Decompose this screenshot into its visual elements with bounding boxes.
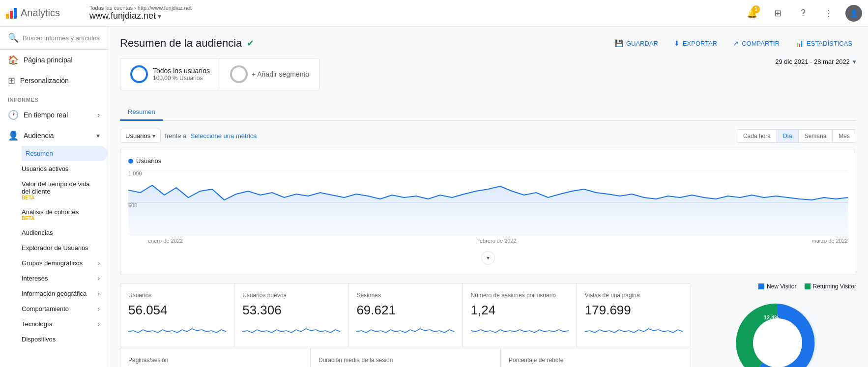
sidebar-item-audience-label: Audiencia	[24, 132, 54, 140]
sidebar-item-personalization-label: Personalización	[20, 77, 69, 85]
stats-icon: 📊	[795, 39, 804, 47]
share-button[interactable]: ↗ COMPARTIR	[729, 36, 783, 50]
svg-text:12.4%: 12.4%	[764, 314, 779, 320]
sidebar-sub-intereses[interactable]: Intereses›	[22, 271, 108, 286]
search-input[interactable]	[23, 34, 105, 42]
sidebar-sub-dispositivos[interactable]: Dispositivos	[22, 332, 108, 347]
realtime-chevron-icon: ›	[97, 111, 100, 119]
pie-chart-svg: 12.4%	[728, 294, 827, 367]
avatar[interactable]: 👤	[845, 5, 862, 22]
sidebar-sub-tecnologia[interactable]: Tecnología›	[22, 316, 108, 332]
site-url-text: www.funjdiaz.net	[89, 11, 156, 21]
segment-circle	[130, 65, 148, 83]
returning-visitor-label: Returning Visitor	[813, 283, 857, 290]
sparkline-nuevos	[242, 322, 340, 338]
metric-card-sesiones: Sesiones 69.621	[348, 283, 462, 347]
metric-card-rebote: Porcentaje de rebote 72,66 %	[501, 348, 691, 367]
sidebar-sub-demograficos[interactable]: Grupos demográficos›	[22, 255, 108, 271]
metric-label-rebote: Porcentaje de rebote	[509, 356, 683, 365]
x-label-marzo: marzo de 2022	[812, 238, 848, 244]
tab-resumen[interactable]: Resumen	[120, 104, 163, 121]
metric-card-vistas: Vistas de una página 179.699	[577, 283, 691, 347]
metric-value-nuevos: 53.306	[242, 303, 340, 318]
page-header: Resumen de la audiencia ✔ 💾 GUARDAR ⬇ EX…	[120, 36, 856, 50]
metric-label-sesiones-usuario: Número de sesiones por usuario	[471, 291, 569, 300]
select-metric-link[interactable]: Seleccione una métrica	[190, 132, 257, 140]
realtime-icon: 🕐	[8, 110, 19, 120]
nav-actions: 🔔 1 ⊞ ? ⋮ 👤	[743, 4, 862, 22]
help-button[interactable]: ?	[794, 4, 812, 22]
chart-legend-label: Usuarios	[136, 157, 161, 165]
metric-value-usuarios: 56.054	[128, 303, 226, 318]
segment-name: Todos los usuarios	[153, 67, 210, 75]
metrics-grid-row2: Páginas/sesión 2,58 Duración media de la…	[120, 348, 691, 367]
site-info: Todas las cuentas › http://www.funjdiaz.…	[80, 5, 743, 21]
sidebar-item-realtime[interactable]: 🕐 En tiempo real ›	[0, 105, 108, 125]
pie-legend-returning: Returning Visitor	[805, 283, 857, 290]
notification-button[interactable]: 🔔 1	[743, 4, 761, 22]
chart-x-labels: enero de 2022 febrero de 2022 marzo de 2…	[128, 238, 848, 244]
segment-pct: 100,00 % Usuarios	[153, 75, 210, 82]
metric-value-sesiones-usuario: 1,24	[471, 303, 569, 318]
pie-legend: New Visitor Returning Visitor	[758, 283, 856, 290]
audience-submenu: Resumen Usuarios activos Valor del tiemp…	[0, 146, 108, 347]
metric-value-sesiones: 69.621	[356, 303, 454, 318]
metric-label-duracion: Duración media de la sesión	[318, 356, 492, 365]
time-btn-semana[interactable]: Semana	[799, 130, 833, 142]
metric-label-usuarios: Usuarios	[128, 291, 226, 300]
sidebar-sub-activos[interactable]: Usuarios activos	[22, 161, 108, 176]
verified-icon: ✔	[247, 38, 254, 49]
returning-visitor-color-box	[805, 283, 810, 289]
app-title: Analytics	[21, 7, 60, 19]
chart-legend: Usuarios	[128, 157, 848, 165]
add-segment-circle	[230, 65, 248, 83]
pie-chart-container: 12.4% New Visitor 54.220 Usuarios (87,6%…	[728, 294, 827, 367]
save-button[interactable]: 💾 GUARDAR	[611, 36, 662, 50]
collapse-button[interactable]: ▾	[481, 251, 495, 265]
metric-selector: Usuarios ▾ frente a Seleccione una métri…	[120, 129, 257, 143]
metric-label-paginas-sesion: Páginas/sesión	[128, 356, 302, 365]
site-url[interactable]: www.funjdiaz.net ▾	[89, 11, 743, 21]
date-range-button[interactable]: 29 dic 2021 - 28 mar 2022 ▾	[775, 58, 856, 65]
sidebar: 🔍 🏠 Página principal ⊞ Personalización I…	[0, 27, 108, 367]
audience-icon: 👤	[8, 130, 19, 141]
sidebar-sub-audiencias[interactable]: Audiencias	[22, 225, 108, 240]
metric-card-duracion: Duración media de la sesión 00:01:55	[311, 348, 500, 367]
app-body: 🔍 🏠 Página principal ⊞ Personalización I…	[0, 27, 868, 367]
time-btn-dia[interactable]: Día	[777, 130, 799, 142]
time-btn-mes[interactable]: Mes	[833, 130, 856, 142]
page-actions: 💾 GUARDAR ⬇ EXPORTAR ↗ COMPARTIR 📊 ESTAD…	[611, 36, 856, 50]
sidebar-sub-lifetime[interactable]: Valor del tiempo de vida del cliente BET…	[22, 176, 108, 204]
sidebar-search-container[interactable]: 🔍	[0, 27, 108, 50]
sparkline-vistas	[585, 322, 683, 338]
pie-area: New Visitor Returning Visitor	[699, 283, 856, 367]
report-tabs: Resumen	[120, 104, 856, 121]
sidebar-item-home[interactable]: 🏠 Página principal	[0, 50, 108, 70]
time-btn-hora[interactable]: Cada hora	[737, 130, 777, 142]
stats-label: ESTADÍSTICAS	[807, 40, 852, 47]
sidebar-sub-resumen[interactable]: Resumen	[22, 146, 108, 161]
date-range-text: 29 dic 2021 - 28 mar 2022	[775, 58, 850, 65]
more-options-button[interactable]: ⋮	[820, 4, 838, 22]
segment-bar: Todos los usuarios 100,00 % Usuarios + A…	[120, 58, 319, 90]
sidebar-sub-explorador[interactable]: Explorador de Usuarios	[22, 240, 108, 255]
main-content: Resumen de la audiencia ✔ 💾 GUARDAR ⬇ EX…	[108, 27, 868, 367]
segment-all-users[interactable]: Todos los usuarios 100,00 % Usuarios	[120, 58, 220, 90]
date-range-chevron-icon: ▾	[853, 58, 856, 65]
stats-button[interactable]: 📊 ESTADÍSTICAS	[791, 36, 856, 50]
breadcrumb: Todas las cuentas › http://www.funjdiaz.…	[89, 5, 743, 11]
new-visitor-label: New Visitor	[767, 283, 796, 290]
sidebar-sub-comportamiento[interactable]: Comportamiento›	[22, 301, 108, 316]
sidebar-item-audience[interactable]: 👤 Audiencia ▾	[0, 125, 108, 146]
export-button[interactable]: ⬇ EXPORTAR	[670, 36, 721, 50]
metric-dropdown[interactable]: Usuarios ▾	[120, 129, 161, 143]
frente-a-label: frente a	[165, 132, 186, 140]
metric-card-sesiones-usuario: Número de sesiones por usuario 1,24	[463, 283, 577, 347]
add-segment-button[interactable]: + Añadir segmento	[220, 58, 319, 90]
sidebar-sub-cohortes[interactable]: Análisis de cohortes BETA	[22, 204, 108, 225]
apps-button[interactable]: ⊞	[769, 4, 786, 22]
personalization-icon: ⊞	[8, 75, 15, 86]
sidebar-sub-geografica[interactable]: Información geográfica›	[22, 286, 108, 301]
sidebar-item-personalization[interactable]: ⊞ Personalización	[0, 70, 108, 91]
notification-badge: 1	[752, 5, 760, 13]
